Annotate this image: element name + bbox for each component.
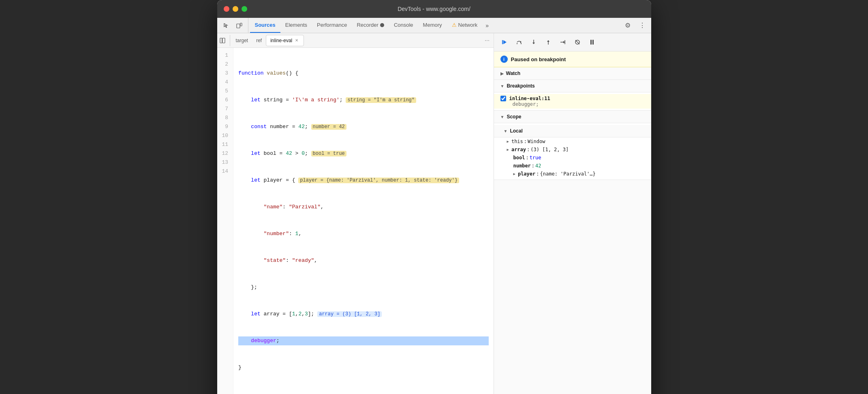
right-panel: i Paused on breakpoint ▶ Watch ▼ Breakpo… — [494, 33, 651, 394]
recorder-dot-icon — [380, 23, 384, 27]
code-line-2: let string = 'I\'m a string'; string = "… — [238, 96, 488, 105]
scope-item-bool[interactable]: bool: true — [494, 154, 651, 162]
code-line-11: debugger; — [238, 336, 488, 345]
main-tabbar: Sources Elements Performance Recorder Co… — [217, 18, 651, 33]
breakpoints-triangle-icon: ▼ — [500, 84, 505, 88]
step-button[interactable] — [557, 36, 569, 48]
watch-label: Watch — [506, 71, 521, 76]
file-tabs-right: ⋯ — [482, 36, 492, 45]
code-line-7: "number": 1, — [238, 229, 488, 238]
svg-marker-4 — [503, 40, 507, 44]
breakpoint-item-header: inline-eval:11 — [500, 96, 645, 101]
breakpoint-file-label: inline-eval:11 — [509, 96, 550, 101]
breakpoints-label: Breakpoints — [507, 83, 534, 89]
breakpoint-item: inline-eval:11 debugger; — [494, 94, 651, 109]
traffic-lights — [224, 6, 247, 12]
code-line-8: "state": "ready", — [238, 256, 488, 265]
scope-section-header[interactable]: ▼ Scope — [494, 111, 651, 123]
tab-console[interactable]: Console — [389, 18, 418, 33]
file-tab-ref[interactable]: ref — [252, 35, 266, 46]
watch-triangle-icon: ▶ — [500, 71, 504, 76]
expand-array-icon: ▶ — [507, 148, 509, 152]
code-line-5: let player = { player = {name: 'Parzival… — [238, 176, 488, 185]
watch-section-header[interactable]: ▶ Watch — [494, 67, 651, 80]
device-toggle-button[interactable] — [233, 20, 245, 31]
tab-recorder[interactable]: Recorder — [352, 18, 389, 33]
more-file-tabs-button[interactable]: ⋯ — [482, 36, 492, 45]
svg-rect-19 — [592, 40, 594, 45]
more-tabs-button[interactable]: » — [482, 18, 492, 33]
svg-marker-12 — [547, 40, 549, 42]
pause-on-exceptions-button[interactable] — [586, 36, 598, 48]
debug-toolbar — [494, 33, 651, 51]
close-tab-icon[interactable]: ✕ — [294, 38, 299, 43]
code-line-10: let array = [1,2,3]; array = (3) [1, 2, … — [238, 310, 488, 319]
line-numbers: 1 2 3 4 5 6 7 8 9 10 11 12 13 14 — [217, 48, 234, 394]
fullscreen-button[interactable] — [242, 6, 247, 12]
scope-item-this[interactable]: ▶ this: Window — [494, 137, 651, 146]
paused-banner: i Paused on breakpoint — [494, 51, 651, 67]
svg-marker-10 — [532, 43, 535, 44]
file-tab-inline-eval[interactable]: inline-eval ✕ — [266, 35, 304, 46]
scope-item-number[interactable]: number: 42 — [494, 162, 651, 170]
breakpoint-detail: debugger; — [500, 101, 645, 107]
tabbar-icons — [220, 18, 248, 33]
code-line-3: const number = 42; number = 42 — [238, 122, 488, 131]
local-triangle-icon: ▼ — [504, 129, 508, 133]
breakpoints-section-header[interactable]: ▼ Breakpoints — [494, 80, 651, 92]
scope-label: Scope — [507, 114, 521, 120]
tab-memory[interactable]: Memory — [418, 18, 447, 33]
code-line-4: let bool = 42 > 0; bool = true — [238, 149, 488, 158]
code-editor[interactable]: 1 2 3 4 5 6 7 8 9 10 11 12 13 14 functio… — [217, 48, 494, 394]
tabbar-right-controls: ⚙ ⋮ — [622, 18, 648, 33]
left-panel: target ref inline-eval ✕ ⋯ 1 2 3 — [217, 33, 494, 394]
expand-player-icon: ▶ — [513, 172, 515, 176]
deactivate-breakpoints-button[interactable] — [572, 36, 583, 48]
more-options-button[interactable]: ⋮ — [637, 20, 648, 31]
scope-item-array[interactable]: ▶ array: (3) [1, 2, 3] — [494, 146, 651, 154]
svg-rect-0 — [237, 24, 240, 28]
paused-label: Paused on breakpoint — [511, 56, 566, 62]
resume-button[interactable] — [499, 36, 510, 48]
devtools-window: DevTools - www.google.com/ Sources Eleme… — [217, 0, 651, 394]
tab-sources[interactable]: Sources — [250, 18, 280, 33]
settings-button[interactable]: ⚙ — [622, 20, 633, 31]
close-button[interactable] — [224, 6, 229, 12]
code-line-13 — [238, 390, 488, 394]
file-tabs-bar: target ref inline-eval ✕ ⋯ — [217, 33, 494, 48]
svg-rect-18 — [590, 40, 592, 45]
scope-item-player[interactable]: ▶ player: {name: 'Parzival'…} — [494, 170, 651, 178]
code-line-1: function values() { — [238, 69, 488, 78]
titlebar: DevTools - www.google.com/ — [217, 0, 651, 18]
window-title: DevTools - www.google.com/ — [398, 6, 470, 12]
svg-rect-1 — [240, 23, 242, 26]
code-line-12: } — [238, 363, 488, 372]
info-icon: i — [500, 56, 508, 63]
minimize-button[interactable] — [233, 6, 238, 12]
file-tab-target[interactable]: target — [232, 35, 252, 46]
network-warning-icon: ⚠ — [452, 22, 457, 28]
toggle-panel-button[interactable] — [219, 35, 230, 46]
code-line-9: }; — [238, 283, 488, 292]
scope-items: ▶ this: Window ▶ array: (3) [1, 2, 3] bo… — [494, 137, 651, 178]
svg-rect-3 — [222, 38, 225, 43]
local-section-header[interactable]: ▼ Local — [494, 125, 651, 137]
svg-rect-2 — [220, 38, 222, 43]
code-lines: function values() { let string = 'I\'m a… — [233, 48, 493, 394]
breakpoint-checkbox[interactable] — [500, 96, 506, 101]
local-label: Local — [510, 128, 522, 134]
step-into-button[interactable] — [528, 36, 539, 48]
step-out-button[interactable] — [543, 36, 554, 48]
expand-this-icon: ▶ — [507, 139, 509, 143]
scope-triangle-icon: ▼ — [500, 115, 505, 119]
main-content: target ref inline-eval ✕ ⋯ 1 2 3 — [217, 33, 651, 394]
tab-network[interactable]: ⚠ Network — [447, 18, 483, 33]
scope-content: ▼ Local ▶ this: Window ▶ array: (3) [1, … — [494, 123, 651, 180]
code-line-6: "name": "Parzival", — [238, 203, 488, 212]
tab-elements[interactable]: Elements — [280, 18, 312, 33]
breakpoints-content: inline-eval:11 debugger; — [494, 92, 651, 111]
inspect-icon-button[interactable] — [220, 20, 232, 31]
tab-performance[interactable]: Performance — [312, 18, 352, 33]
step-over-button[interactable] — [513, 36, 525, 48]
